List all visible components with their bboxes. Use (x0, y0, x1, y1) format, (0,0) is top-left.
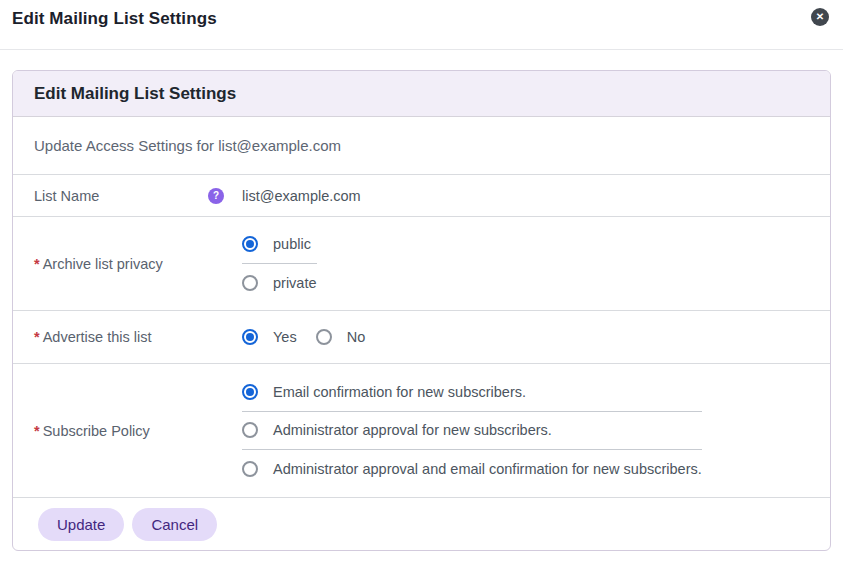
cancel-button[interactable]: Cancel (132, 508, 217, 541)
description-row: Update Access Settings for list@example.… (13, 117, 830, 175)
radio-label: No (347, 329, 366, 345)
radio-icon[interactable] (242, 329, 258, 345)
settings-card: Edit Mailing List Settings Update Access… (12, 70, 831, 551)
close-icon[interactable]: ✕ (811, 8, 829, 26)
archive-privacy-options: public private (242, 217, 830, 310)
help-icon[interactable]: ? (208, 188, 224, 204)
radio-icon[interactable] (242, 236, 258, 252)
list-name-label-cell: List Name ? (13, 188, 242, 204)
radio-option-no[interactable]: No (316, 329, 366, 345)
radio-label: Yes (273, 329, 297, 345)
list-name-value-cell: list@example.com (242, 188, 830, 204)
radio-option-public[interactable]: public (242, 226, 317, 264)
radio-label: Administrator approval for new subscribe… (273, 422, 552, 438)
archive-privacy-label: Archive list privacy (43, 256, 163, 272)
radio-option-yes[interactable]: Yes (242, 329, 297, 345)
description-text: Update Access Settings for list@example.… (34, 137, 341, 154)
radio-label: private (273, 275, 317, 291)
subscribe-policy-label-cell: * Subscribe Policy (13, 364, 242, 497)
footer-row: Update Cancel (13, 498, 830, 550)
advertise-label: Advertise this list (43, 329, 152, 345)
subscribe-policy-radio-group: Email confirmation for new subscribers. … (242, 374, 702, 488)
list-name-label: List Name (34, 188, 99, 204)
required-asterisk: * (34, 423, 40, 439)
advertise-label-cell: * Advertise this list (13, 311, 242, 363)
radio-icon[interactable] (242, 461, 258, 477)
radio-option-admin-approval-and-email[interactable]: Administrator approval and email confirm… (242, 450, 702, 488)
required-asterisk: * (34, 329, 40, 345)
radio-icon[interactable] (316, 329, 332, 345)
update-button[interactable]: Update (38, 508, 124, 541)
subscribe-policy-options: Email confirmation for new subscribers. … (242, 364, 830, 497)
required-asterisk: * (34, 256, 40, 272)
radio-label: public (273, 236, 311, 252)
advertise-row: * Advertise this list Yes No (13, 311, 830, 364)
radio-label: Administrator approval and email confirm… (273, 461, 702, 477)
subscribe-policy-row: * Subscribe Policy Email confirmation fo… (13, 364, 830, 498)
radio-option-email-confirmation[interactable]: Email confirmation for new subscribers. (242, 374, 702, 412)
radio-label: Email confirmation for new subscribers. (273, 384, 526, 400)
modal-header: Edit Mailing List Settings ✕ (0, 0, 843, 50)
list-name-row: List Name ? list@example.com (13, 175, 830, 217)
card-title: Edit Mailing List Settings (13, 71, 830, 117)
radio-option-private[interactable]: private (242, 264, 317, 302)
archive-privacy-row: * Archive list privacy public private (13, 217, 830, 311)
radio-icon[interactable] (242, 275, 258, 291)
list-name-value: list@example.com (242, 188, 361, 204)
advertise-options: Yes No (242, 311, 830, 363)
page-title: Edit Mailing List Settings (12, 9, 217, 29)
radio-icon[interactable] (242, 422, 258, 438)
archive-privacy-label-cell: * Archive list privacy (13, 217, 242, 310)
archive-privacy-radio-group: public private (242, 226, 317, 302)
radio-option-admin-approval[interactable]: Administrator approval for new subscribe… (242, 412, 702, 450)
radio-icon[interactable] (242, 384, 258, 400)
subscribe-policy-label: Subscribe Policy (43, 423, 150, 439)
